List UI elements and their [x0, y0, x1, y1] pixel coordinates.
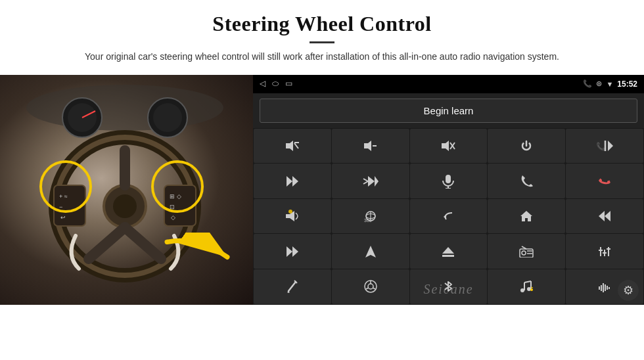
svg-line-74 [373, 288, 375, 289]
subtitle-text: Your original car's steering wheel contr… [53, 50, 591, 64]
phone-button[interactable] [488, 164, 565, 198]
begin-learn-area: Begin learn [253, 93, 644, 128]
vol-down-button[interactable] [332, 129, 409, 164]
svg-point-71 [368, 284, 373, 289]
call-status-icon: 📞 [583, 79, 592, 88]
svg-text:↩: ↩ [60, 214, 66, 221]
title-divider [310, 41, 334, 43]
android-topbar: ◁ ⬭ ▭ 📞 ⊛ ▼ 15:52 [253, 75, 644, 93]
svg-rect-39 [446, 175, 451, 183]
svg-marker-27 [442, 141, 449, 151]
steering-ctrl-button[interactable] [332, 269, 409, 304]
vol-up-button[interactable] [254, 129, 331, 164]
page-container: Steering Wheel Control Your original car… [0, 0, 644, 360]
home-nav-icon[interactable]: ⬭ [272, 79, 279, 89]
time-display: 15:52 [617, 79, 637, 89]
svg-point-43 [288, 210, 292, 214]
skip-forward-button[interactable] [254, 234, 331, 269]
svg-marker-22 [286, 141, 293, 151]
wifi-icon: ▼ [606, 80, 613, 88]
svg-line-11 [89, 227, 125, 259]
svg-text:◇: ◇ [171, 214, 175, 221]
svg-rect-56 [442, 255, 454, 257]
equalizer-button[interactable] [566, 234, 643, 269]
svg-point-80 [530, 288, 533, 291]
svg-marker-48 [444, 214, 446, 219]
svg-marker-68 [287, 291, 290, 293]
next-track-button[interactable] [254, 164, 331, 198]
music-settings-button[interactable] [488, 269, 565, 304]
highlight-circle-right [151, 160, 204, 213]
content-section: + ≈ − ↩ ⊞ ◇ ⊡ ◇ [0, 75, 644, 360]
navigate-button[interactable] [332, 234, 409, 269]
steering-wheel-image: + ≈ − ↩ ⊞ ◇ ⊡ ◇ [0, 75, 253, 305]
ff-button[interactable] [332, 164, 409, 198]
page-title: Steering Wheel Control [39, 12, 605, 36]
settings-gear-button[interactable]: ⚙ [618, 280, 639, 301]
highlight-circle-left [39, 160, 92, 213]
svg-line-36 [363, 181, 368, 184]
svg-marker-55 [442, 247, 454, 254]
status-icons: 📞 ⊛ ▼ 15:52 [583, 79, 637, 89]
svg-point-0 [26, 85, 223, 131]
controls-grid: 📞 [253, 128, 644, 305]
svg-point-4 [153, 103, 182, 132]
nav-icons: ◁ ⬭ ▭ [260, 79, 292, 89]
mic-button[interactable] [410, 164, 488, 198]
svg-line-23 [294, 143, 298, 148]
svg-point-58 [522, 251, 526, 255]
svg-marker-49 [520, 211, 532, 221]
android-screen: ◁ ⬭ ▭ 📞 ⊛ ▼ 15:52 Begin learn [253, 75, 644, 305]
header-section: Steering Wheel Control Your original car… [0, 0, 644, 70]
svg-line-12 [125, 227, 161, 259]
svg-marker-37 [368, 176, 375, 187]
svg-marker-50 [599, 211, 605, 221]
svg-line-35 [363, 179, 368, 181]
back-button[interactable] [410, 199, 488, 234]
power-button[interactable] [488, 129, 565, 164]
svg-marker-31 [608, 141, 613, 151]
camera-360-button[interactable]: 360° [332, 199, 409, 234]
svg-marker-33 [287, 176, 292, 187]
bluetooth-button[interactable] [410, 269, 488, 304]
svg-marker-34 [292, 176, 298, 187]
gear-icon: ⚙ [623, 283, 633, 298]
yellow-arrow [161, 233, 233, 279]
svg-text:360°: 360° [364, 218, 374, 223]
mute-button[interactable] [410, 129, 488, 164]
prev-phone-button[interactable]: 📞 [566, 129, 643, 164]
hangup-button[interactable] [566, 164, 643, 198]
rewind-button[interactable] [566, 199, 643, 234]
home-button[interactable] [488, 199, 565, 234]
svg-marker-25 [364, 141, 371, 151]
svg-marker-53 [292, 246, 298, 257]
svg-marker-54 [365, 246, 376, 258]
back-nav-icon[interactable]: ◁ [260, 79, 265, 89]
svg-line-67 [288, 282, 296, 291]
svg-marker-38 [375, 176, 379, 187]
eject-button[interactable] [410, 234, 488, 269]
radio-button[interactable] [488, 234, 565, 269]
stylus-button[interactable] [254, 269, 331, 304]
svg-line-73 [366, 288, 369, 289]
svg-marker-51 [605, 211, 610, 221]
begin-learn-button[interactable]: Begin learn [260, 99, 637, 123]
horn-button[interactable] [254, 199, 331, 234]
location-icon: ⊛ [596, 79, 602, 88]
svg-point-9 [113, 194, 137, 218]
svg-line-79 [524, 281, 531, 282]
recents-nav-icon[interactable]: ▭ [285, 79, 292, 89]
svg-marker-52 [287, 246, 292, 257]
